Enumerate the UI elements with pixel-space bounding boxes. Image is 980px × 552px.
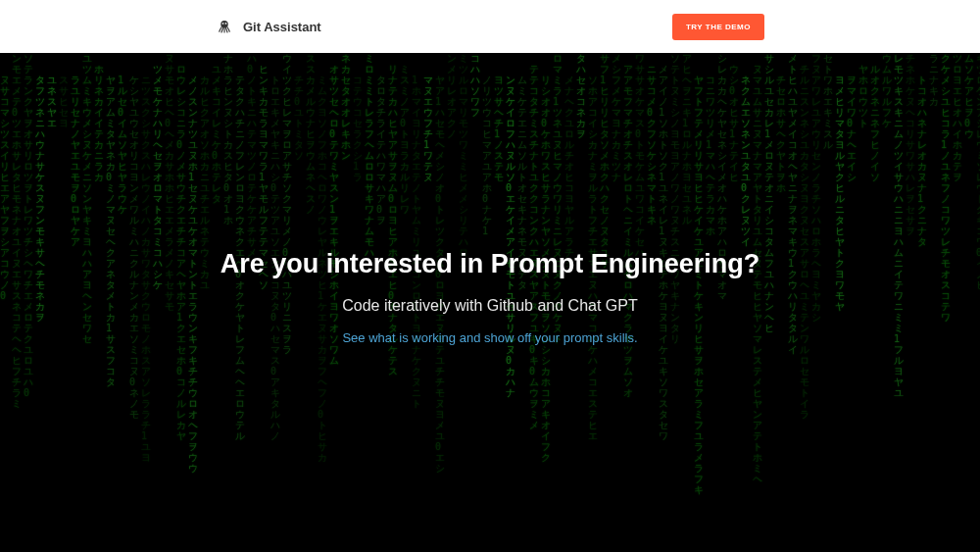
hero-content: Are you interested in Prompt Engineering… (220, 249, 760, 346)
hero-subtitle: Code iteratively with Github and Chat GP… (220, 297, 760, 315)
logo-section[interactable]: Git Assistant (216, 18, 321, 35)
hero-section: ヌ サ コ マ シ ツ ス イ リ ヒ エ ア ヤ フ ヲ シ ア コ ウ ノ … (0, 53, 980, 552)
try-demo-button[interactable]: TRY THE DEMO (672, 14, 764, 40)
brand-name: Git Assistant (243, 20, 321, 34)
svg-point-4 (225, 24, 226, 25)
header: Git Assistant TRY THE DEMO (0, 0, 980, 53)
svg-point-3 (222, 24, 223, 25)
octopus-icon (216, 18, 233, 35)
hero-link[interactable]: See what is working and show off your pr… (342, 330, 637, 345)
hero-title: Are you interested in Prompt Engineering… (220, 249, 760, 279)
